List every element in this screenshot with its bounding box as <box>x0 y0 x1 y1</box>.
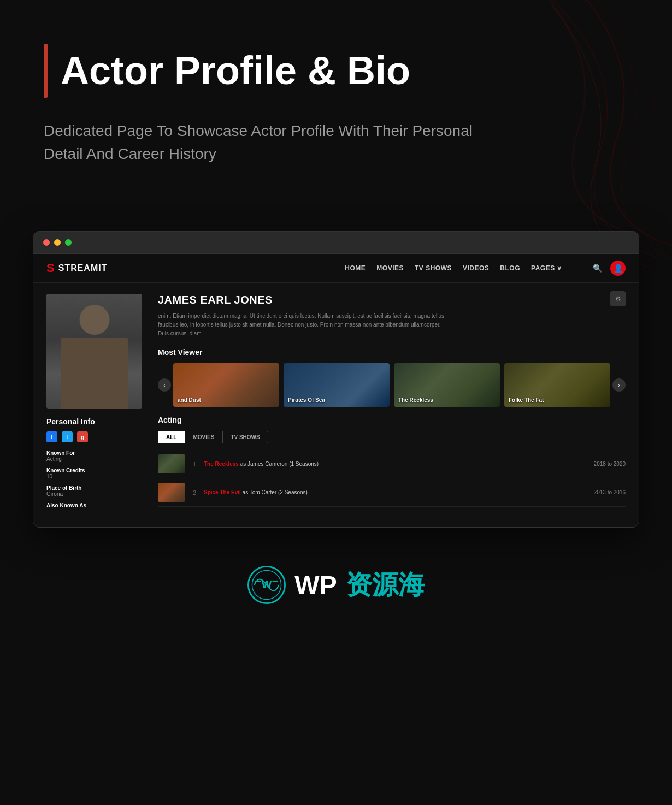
actor-right-column: ⚙ JAMES EARL JONES enim. Etiam imperdiet… <box>158 294 626 514</box>
most-viewer-section: Most Viewer ‹ and Dust Pirates O <box>158 348 626 407</box>
actor-left-column: Personal Info f t g Known For Acting Kno… <box>46 294 145 514</box>
acting-role: as Tom Carter (2 Seasons) <box>243 489 308 495</box>
acting-section: Acting ALL MOVIES TV SHOWS 1 The Reckles… <box>158 416 626 507</box>
acting-year: 2018 to 2020 <box>594 461 626 467</box>
tab-movies[interactable]: MOVIES <box>185 431 222 443</box>
carousel-item-bg: Folke The Fat <box>504 363 610 407</box>
carousel-item-label: Pirates Of Sea <box>288 397 325 404</box>
logo-s: S <box>46 261 55 275</box>
nav-movies[interactable]: MOVIES <box>376 264 404 272</box>
acting-row: 2 Spice The Evil as Tom Carter (2 Season… <box>158 478 626 507</box>
tab-tv-shows[interactable]: TV SHOWS <box>222 431 268 443</box>
known-for-item: Known For Acting <box>46 450 145 462</box>
search-icon[interactable]: 🔍 <box>590 261 605 276</box>
actor-bio: enim. Etiam imperdiet dictum magna. Ut t… <box>158 312 453 338</box>
known-for-label: Known For <box>46 450 145 456</box>
carousel-next-button[interactable]: › <box>612 378 626 392</box>
nav-links: HOME MOVIES TV SHOWS VIDEOS BLOG PAGES ∨ <box>345 264 562 272</box>
personal-info-title: Personal Info <box>46 417 145 426</box>
wp-chinese-text: 资源海 <box>346 567 425 602</box>
hero-subtitle: Dedicated Page To Showcase Actor Profile… <box>44 120 481 165</box>
settings-icon[interactable]: ⚙ <box>610 291 626 306</box>
actor-photo <box>46 294 142 409</box>
website-inner: S STREAMIT HOME MOVIES TV SHOWS VIDEOS B… <box>33 254 639 527</box>
red-accent-bar <box>44 44 48 98</box>
carousel-item-bg: The Reckless <box>394 363 500 407</box>
acting-row: 1 The Reckless as James Cameron (1 Seaso… <box>158 450 626 478</box>
carousel-wrapper: ‹ and Dust Pirates Of Sea <box>158 363 626 407</box>
known-credits-value: 10 <box>46 473 145 480</box>
acting-info: Spice The Evil as Tom Carter (2 Seasons) <box>204 489 588 495</box>
carousel-prev-button[interactable]: ‹ <box>158 378 171 392</box>
acting-role: as James Cameron (1 Seasons) <box>240 461 319 467</box>
browser-dot-yellow <box>54 239 61 246</box>
facebook-icon[interactable]: f <box>46 431 57 442</box>
actor-figure <box>46 294 142 409</box>
user-icon[interactable]: 👤 <box>610 261 626 276</box>
nav-blog[interactable]: BLOG <box>500 264 520 272</box>
known-for-value: Acting <box>46 456 145 462</box>
nav-videos[interactable]: VIDEOS <box>463 264 489 272</box>
carousel-item-bg: Pirates Of Sea <box>284 363 390 407</box>
actor-name: JAMES EARL JONES <box>158 294 626 306</box>
place-of-birth-label: Place of Birth <box>46 485 145 491</box>
known-credits-label: Known Credits <box>46 467 145 473</box>
nav-tv-shows[interactable]: TV SHOWS <box>415 264 452 272</box>
twitter-icon[interactable]: t <box>62 431 73 442</box>
most-viewer-title: Most Viewer <box>158 348 626 357</box>
nav-home[interactable]: HOME <box>345 264 366 272</box>
carousel-items: and Dust Pirates Of Sea The Reckless <box>173 363 610 407</box>
watermark: W WP 资源海 <box>0 549 672 626</box>
carousel-item-label: The Reckless <box>398 397 433 404</box>
also-known-item: Also Known As <box>46 502 145 508</box>
also-known-label: Also Known As <box>46 502 145 508</box>
acting-title-link[interactable]: Spice The Evil <box>204 489 241 495</box>
carousel-item-pirates[interactable]: Pirates Of Sea <box>284 363 390 407</box>
acting-num: 2 <box>191 489 198 496</box>
site-nav: S STREAMIT HOME MOVIES TV SHOWS VIDEOS B… <box>33 254 639 283</box>
site-logo: S STREAMIT <box>46 261 107 275</box>
carousel-item-bg: and Dust <box>173 363 279 407</box>
carousel-item-and-dust[interactable]: and Dust <box>173 363 279 407</box>
place-of-birth-value: Girona <box>46 491 145 497</box>
acting-tabs: ALL MOVIES TV SHOWS <box>158 431 626 443</box>
browser-dot-red <box>43 239 50 246</box>
acting-title-link[interactable]: The Reckless <box>204 461 239 467</box>
hero-title-wrapper: Actor Profile & Bio <box>44 44 628 98</box>
google-plus-icon[interactable]: g <box>77 431 88 442</box>
social-icons: f t g <box>46 431 145 442</box>
logo-text: STREAMIT <box>58 263 108 273</box>
acting-title: Acting <box>158 416 626 424</box>
browser-mockup: S STREAMIT HOME MOVIES TV SHOWS VIDEOS B… <box>33 231 639 528</box>
hero-title: Actor Profile & Bio <box>61 44 410 98</box>
known-credits-item: Known Credits 10 <box>46 467 145 480</box>
nav-icons: 🔍 👤 <box>590 261 626 276</box>
browser-toolbar <box>33 232 639 254</box>
carousel-item-label: and Dust <box>178 397 201 404</box>
svg-text:W: W <box>262 578 272 590</box>
personal-info: Personal Info f t g Known For Acting Kno… <box>46 417 145 508</box>
actor-content: Personal Info f t g Known For Acting Kno… <box>33 283 639 525</box>
acting-info: The Reckless as James Cameron (1 Seasons… <box>204 461 588 467</box>
carousel-item-reckless[interactable]: The Reckless <box>394 363 500 407</box>
nav-pages[interactable]: PAGES ∨ <box>531 264 562 272</box>
browser-dot-green <box>65 239 72 246</box>
tab-all[interactable]: ALL <box>158 431 185 443</box>
hero-section: Actor Profile & Bio Dedicated Page To Sh… <box>0 0 672 198</box>
carousel-item-label: Folke The Fat <box>509 397 544 404</box>
carousel-item-folke[interactable]: Folke The Fat <box>504 363 610 407</box>
acting-num: 1 <box>191 461 198 467</box>
wp-text: WP <box>294 570 337 600</box>
wordpress-logo: W <box>247 566 286 604</box>
acting-thumb <box>158 454 185 473</box>
acting-thumb <box>158 483 185 502</box>
acting-year: 2013 to 2016 <box>594 489 626 495</box>
place-of-birth-item: Place of Birth Girona <box>46 485 145 497</box>
